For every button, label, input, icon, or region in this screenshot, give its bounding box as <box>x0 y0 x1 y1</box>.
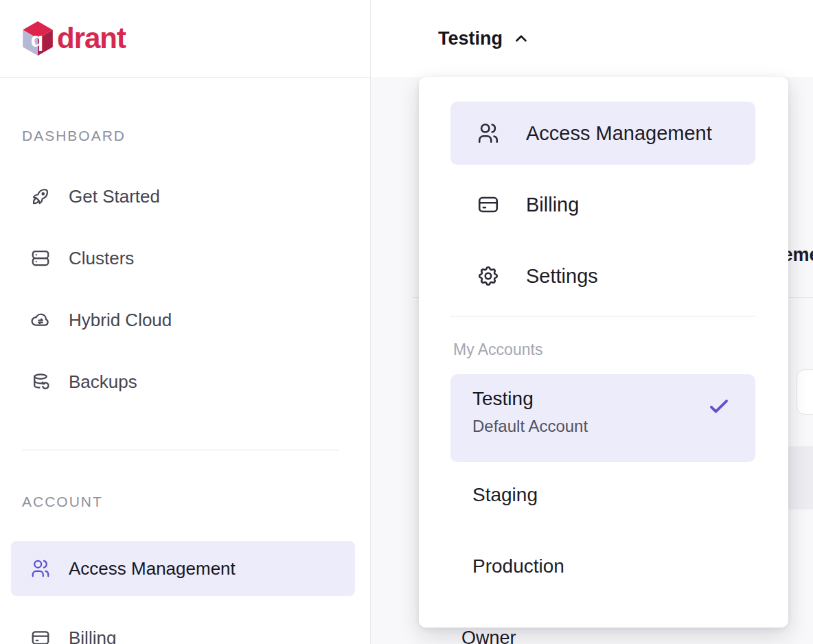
account-name: Production <box>472 555 564 577</box>
sidebar-item-clusters[interactable]: Clusters <box>0 227 370 289</box>
account-option-testing[interactable]: Testing Default Account <box>450 374 755 462</box>
sidebar-item-billing[interactable]: Billing <box>0 607 370 644</box>
main-area: Testing Access Management Owner <box>371 0 813 644</box>
sidebar-item-backups[interactable]: Backups <box>0 351 370 413</box>
sidebar-item-access-management[interactable]: Access Management <box>11 541 355 596</box>
backups-icon <box>30 371 51 392</box>
section-heading-account: ACCOUNT <box>22 493 370 511</box>
menu-item-label: Settings <box>526 265 598 288</box>
sidebar-item-label: Hybrid Cloud <box>69 310 172 331</box>
account-menu: Access Management Billing <box>419 77 788 628</box>
qdrant-logo-icon: q <box>22 21 54 56</box>
menu-item-label: Access Management <box>526 122 712 145</box>
section-heading-dashboard: DASHBOARD <box>22 127 370 145</box>
qdrant-logo[interactable]: q drant <box>22 21 126 56</box>
users-icon <box>30 558 51 579</box>
account-name: Testing <box>472 388 735 410</box>
account-switcher-button[interactable]: Testing <box>438 28 530 49</box>
account-name: Staging <box>472 484 538 506</box>
credit-card-icon <box>30 628 51 644</box>
sidebar-nav-dashboard: Get Started Clusters <box>0 165 370 413</box>
menu-item-billing[interactable]: Billing <box>450 173 755 236</box>
toolbar-fragment <box>797 369 813 415</box>
credit-card-icon <box>477 193 500 216</box>
sidebar-item-hybrid-cloud[interactable]: Hybrid Cloud <box>0 289 370 351</box>
sidebar-item-label: Backups <box>69 371 137 393</box>
sidebar-nav-account: Access Management Billing <box>0 541 370 644</box>
accounts-heading: My Accounts <box>453 340 755 359</box>
gear-icon <box>477 264 500 288</box>
account-switcher-label: Testing <box>438 28 503 49</box>
sidebar-divider <box>22 450 339 450</box>
hybrid-cloud-icon <box>30 310 51 330</box>
sidebar-item-get-started[interactable]: Get Started <box>0 165 370 227</box>
account-subtitle: Default Account <box>472 417 735 436</box>
rocket-icon <box>30 186 51 207</box>
sidebar-item-label: Access Management <box>69 558 236 579</box>
check-icon <box>706 393 732 419</box>
main-header: Testing <box>371 0 813 77</box>
menu-item-access-management[interactable]: Access Management <box>450 102 755 165</box>
table-cell-owner: Owner <box>461 628 516 644</box>
users-icon <box>477 122 500 145</box>
sidebar-header: q drant <box>0 0 370 78</box>
svg-text:q: q <box>31 28 43 51</box>
menu-item-settings[interactable]: Settings <box>450 244 755 308</box>
chevron-up-icon <box>512 30 530 47</box>
qdrant-logo-text: drant <box>57 24 126 53</box>
menu-divider <box>450 316 755 317</box>
account-option-staging[interactable]: Staging <box>450 473 755 517</box>
sidebar: q drant DASHBOARD Get Started <box>0 0 371 644</box>
account-option-production[interactable]: Production <box>450 544 755 588</box>
sidebar-item-label: Billing <box>69 628 116 644</box>
sidebar-item-label: Get Started <box>69 186 160 207</box>
sidebar-item-label: Clusters <box>69 248 134 269</box>
clusters-icon <box>30 248 51 268</box>
app-root: q drant DASHBOARD Get Started <box>0 0 813 644</box>
menu-item-label: Billing <box>526 194 579 216</box>
